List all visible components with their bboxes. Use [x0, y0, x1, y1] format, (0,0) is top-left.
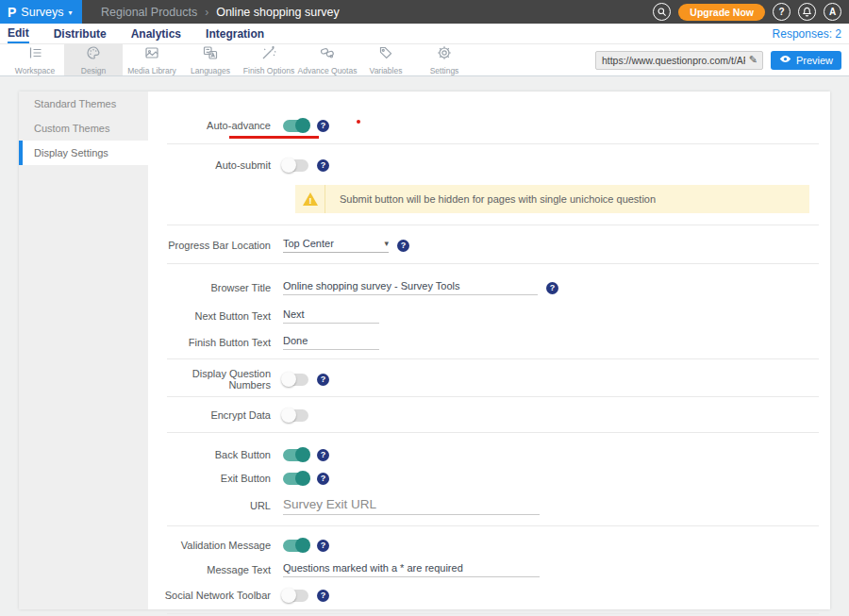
toolbar-item-media-library[interactable]: Media Library: [123, 44, 181, 75]
search-icon[interactable]: [653, 3, 671, 21]
toolbar-item-advance-quotas[interactable]: Advance Quotas: [298, 44, 357, 75]
exit-button-label: Exit Button: [148, 473, 283, 484]
submit-hidden-warning: ! Submit button will be hidden for pages…: [295, 185, 809, 213]
help-icon[interactable]: ?: [317, 590, 329, 602]
toolbar-item-finish-options[interactable]: Finish Options: [240, 44, 298, 75]
surveys-menu-label: Surveys: [21, 6, 63, 19]
validation-message-toggle[interactable]: [283, 540, 308, 552]
toolbar-item-languages[interactable]: Languages: [181, 44, 240, 75]
next-button-text-input[interactable]: [283, 308, 379, 324]
eye-icon: [779, 53, 791, 67]
topbar: P Surveys ▾ Regional Products › Online s…: [0, 0, 849, 24]
help-icon[interactable]: ?: [317, 120, 329, 132]
survey-url-input[interactable]: [596, 55, 749, 66]
svg-text:!: !: [308, 196, 311, 206]
help-icon[interactable]: ?: [317, 449, 329, 461]
help-icon[interactable]: ?: [317, 374, 329, 386]
back-button-toggle[interactable]: [283, 449, 308, 461]
exit-url-label: URL: [148, 500, 283, 511]
divider: [167, 525, 819, 526]
help-icon[interactable]: ?: [317, 159, 329, 172]
help-icon[interactable]: ?: [546, 282, 558, 294]
notifications-bell-icon[interactable]: [798, 3, 816, 21]
help-circle-icon[interactable]: ?: [773, 3, 791, 21]
survey-nav: Edit Distribute Analytics Integration Re…: [0, 24, 849, 44]
progress-bar-location-select[interactable]: Top Center ▾: [283, 238, 389, 253]
divider: [167, 432, 819, 433]
variables-tag-icon: [378, 45, 393, 64]
browser-title-input[interactable]: [283, 280, 538, 295]
surveys-menu[interactable]: P Surveys ▾: [0, 0, 82, 24]
tab-analytics[interactable]: Analytics: [131, 25, 181, 42]
settings-gear-icon: [437, 45, 452, 64]
survey-url-box: ✎: [595, 51, 763, 70]
design-palette-icon: [86, 45, 101, 64]
auto-advance-label: Auto-advance: [148, 120, 283, 131]
divider: [167, 613, 819, 614]
divider: [167, 396, 819, 397]
browser-title-label: Browser Title: [148, 282, 283, 293]
edit-url-pencil-icon[interactable]: ✎: [749, 54, 762, 66]
media-library-image-icon: [144, 45, 159, 64]
survey-exit-url-input[interactable]: [283, 497, 540, 515]
sidebar-item-custom-themes[interactable]: Custom Themes: [19, 116, 148, 141]
divider: [167, 358, 819, 359]
annotation-dot: [357, 120, 360, 124]
tab-edit[interactable]: Edit: [8, 25, 29, 43]
social-network-toolbar-label: Social Network Toolbar: [148, 590, 283, 601]
toolbar-item-variables[interactable]: Variables: [357, 44, 415, 75]
back-button-label: Back Button: [148, 449, 283, 460]
encrypt-data-label: Encrypt Data: [148, 409, 283, 421]
languages-translate-icon: [203, 45, 218, 64]
progress-bar-location-label: Progress Bar Location: [148, 240, 283, 251]
auto-advance-toggle[interactable]: [283, 120, 308, 132]
sidebar-item-display-settings[interactable]: Display Settings: [19, 141, 148, 165]
message-text-input[interactable]: [283, 562, 540, 577]
breadcrumb: Regional Products › Online shopping surv…: [82, 0, 340, 24]
divider: [167, 263, 819, 264]
divider: [167, 225, 819, 225]
warning-triangle-icon: !: [295, 185, 325, 213]
help-icon[interactable]: ?: [397, 240, 409, 252]
design-toolbar: Workspace Design Media Library Languages…: [0, 44, 849, 76]
questionpro-logo-icon: P: [8, 6, 16, 19]
themes-sidebar: Standard Themes Custom Themes Display Se…: [19, 92, 148, 609]
divider: [167, 143, 819, 144]
chevron-down-icon: ▾: [69, 8, 73, 17]
toolbar-item-workspace[interactable]: Workspace: [6, 44, 64, 75]
finish-options-wand-icon: [261, 45, 276, 64]
breadcrumb-current: Online shopping survey: [216, 6, 340, 19]
toolbar-item-design[interactable]: Design: [64, 44, 123, 75]
encrypt-data-toggle[interactable]: [283, 409, 308, 422]
tab-integration[interactable]: Integration: [206, 25, 264, 42]
finish-button-text-label: Finish Button Text: [148, 337, 283, 348]
message-text-label: Message Text: [148, 564, 283, 575]
sidebar-item-standard-themes[interactable]: Standard Themes: [19, 92, 148, 116]
exit-button-toggle[interactable]: [283, 473, 308, 485]
workspace-icon: [27, 45, 42, 64]
display-question-numbers-label: Display Question Numbers: [148, 368, 283, 391]
next-button-text-label: Next Button Text: [148, 310, 283, 322]
auto-submit-label: Auto-submit: [148, 159, 283, 171]
avatar[interactable]: A: [824, 3, 841, 21]
tab-distribute[interactable]: Distribute: [54, 25, 107, 42]
display-settings-page: Standard Themes Custom Themes Display Se…: [19, 92, 830, 609]
display-settings-form: Auto-advance ? Auto-submit ? ! Submit bu…: [148, 92, 830, 609]
finish-button-text-input[interactable]: [283, 335, 379, 350]
preview-button[interactable]: Preview: [771, 51, 841, 70]
warning-text: Submit button will be hidden for pages w…: [325, 193, 656, 205]
select-caret-icon: ▾: [384, 239, 389, 248]
toolbar-item-settings[interactable]: Settings: [415, 44, 474, 75]
breadcrumb-parent[interactable]: Regional Products: [101, 6, 197, 19]
social-network-toolbar-toggle[interactable]: [283, 590, 308, 602]
help-icon[interactable]: ?: [317, 473, 329, 485]
auto-submit-toggle[interactable]: [283, 159, 308, 172]
breadcrumb-separator: ›: [205, 6, 208, 19]
upgrade-now-button[interactable]: Upgrade Now: [678, 4, 765, 21]
display-question-numbers-toggle[interactable]: [283, 374, 308, 386]
annotation-underline: [229, 136, 319, 139]
help-icon[interactable]: ?: [317, 540, 329, 552]
topbar-actions: Upgrade Now ? A: [653, 0, 849, 24]
responses-count-link[interactable]: Responses: 2: [773, 27, 841, 41]
validation-message-label: Validation Message: [148, 540, 283, 551]
